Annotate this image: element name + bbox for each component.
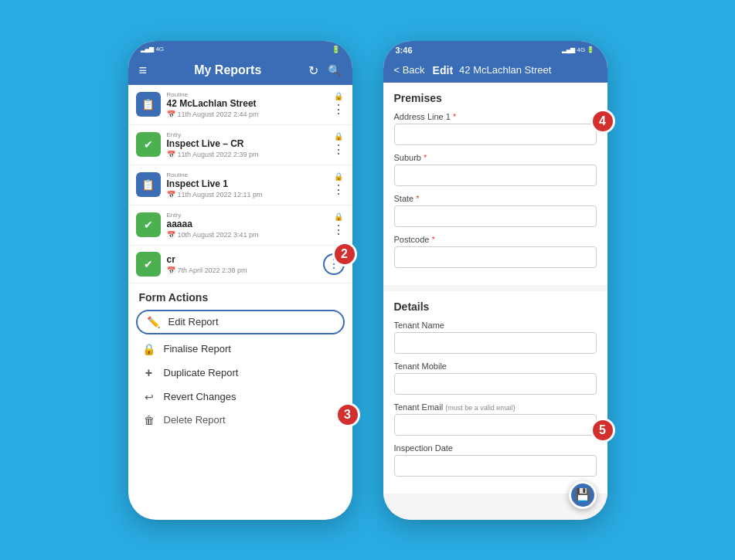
inspection-date-field: Inspection Date (394, 443, 597, 477)
header-address: 42 McLachlan Street (459, 64, 551, 76)
tenant-email-field: Tenant Email (must be a valid email) (394, 402, 597, 436)
address-line1-field: Address Line 1 * (394, 112, 597, 145)
step-5-badge: 5 (590, 418, 615, 443)
lock-icon: 🔒 (334, 172, 343, 181)
left-phone: ▂▄▆ 4G 🔋 ≡ My Reports ↻ 🔍 📋 Routine (128, 41, 352, 520)
report-type-icon: 📋 (136, 92, 161, 117)
inspection-date-input[interactable] (394, 455, 597, 477)
finalise-report-action[interactable]: 🔒 Finalise Report (139, 338, 342, 361)
tenant-mobile-input[interactable] (394, 373, 597, 395)
more-options-icon[interactable]: ⋮ (332, 142, 345, 157)
save-icon: 💾 (575, 487, 590, 502)
right-phone: 3:46 ▂▄▆ 4G 🔋 < Back Edit 42 McLachlan S… (383, 41, 607, 520)
tenant-mobile-label: Tenant Mobile (394, 361, 597, 371)
edit-label: Edit (433, 64, 453, 76)
lock-icon: 🔒 (334, 92, 343, 100)
postcode-input[interactable] (394, 246, 597, 268)
details-title: Details (394, 300, 597, 313)
left-battery: 🔋 (332, 46, 340, 53)
address-line1-input[interactable] (394, 124, 597, 145)
revert-icon: ↩ (142, 391, 156, 403)
state-field: State * (394, 194, 597, 227)
tenant-email-label: Tenant Email (must be a valid email) (394, 402, 597, 412)
menu-icon[interactable]: ≡ (139, 63, 148, 79)
tenant-name-field: Tenant Name (394, 321, 597, 354)
address-line1-label: Address Line 1 * (394, 112, 597, 121)
list-item[interactable]: 📋 Routine Inspect Live 1 📅 11th August 2… (128, 165, 352, 205)
tenant-mobile-field: Tenant Mobile (394, 361, 597, 395)
tenant-email-input[interactable] (394, 414, 597, 436)
duplicate-report-action[interactable]: + Duplicate Report (139, 361, 342, 385)
plus-icon: + (142, 366, 156, 380)
step-3-badge: 3 (335, 402, 360, 427)
form-actions-title: Form Actions (139, 291, 342, 304)
search-icon[interactable]: 🔍 (328, 64, 341, 76)
list-item[interactable]: ✔ cr 📅 7th April 2022 2:38 pm ⋮ (128, 246, 352, 283)
postcode-label: Postcode * (394, 235, 597, 244)
edit-report-action[interactable]: ✏️ Edit Report (136, 310, 345, 334)
report-list: 📋 Routine 42 McLachlan Street 📅 11th Aug… (128, 85, 352, 436)
suburb-field: Suburb * (394, 153, 597, 186)
report-type-icon: ✔ (136, 252, 161, 277)
back-button[interactable]: < Back (394, 64, 425, 76)
state-label: State * (394, 194, 597, 203)
right-status-bar: 3:46 ▂▄▆ 4G 🔋 (383, 41, 607, 58)
step-4-badge: 4 (590, 109, 615, 134)
state-input[interactable] (394, 205, 597, 227)
right-signal: ▂▄▆ 4G 🔋 (562, 46, 595, 53)
left-status-bar: ▂▄▆ 4G 🔋 (128, 41, 352, 56)
postcode-field: Postcode * (394, 235, 597, 268)
edit-icon: ✏️ (147, 316, 161, 328)
lock-icon: 🔒 (142, 343, 156, 355)
tenant-name-label: Tenant Name (394, 321, 597, 330)
suburb-input[interactable] (394, 165, 597, 186)
report-type-icon: ✔ (136, 212, 161, 237)
list-item[interactable]: ✔ Entry Inspect Live – CR 📅 11th August … (128, 125, 352, 165)
left-header-title: My Reports (194, 63, 261, 77)
more-options-icon[interactable]: ⋮ (332, 182, 345, 197)
delete-report-action[interactable]: 🗑 Delete Report (139, 409, 342, 432)
left-header: ≡ My Reports ↻ 🔍 (128, 56, 352, 85)
revert-changes-action[interactable]: ↩ Revert Changes (139, 385, 342, 409)
lock-icon: 🔒 (334, 132, 343, 141)
report-type-icon: ✔ (136, 132, 161, 157)
more-options-icon[interactable]: ⋮ (332, 222, 345, 237)
details-section: Details Tenant Name Tenant Mobile Tenant… (383, 291, 607, 494)
refresh-icon[interactable]: ↻ (308, 63, 318, 78)
report-type-icon: 📋 (136, 172, 161, 197)
suburb-label: Suburb * (394, 153, 597, 162)
right-time: 3:46 (396, 46, 413, 55)
left-signal: ▂▄▆ 4G (141, 46, 165, 53)
right-header: < Back Edit 42 McLachlan Street (383, 58, 607, 83)
step-2-badge: 2 (332, 242, 357, 266)
tenant-name-input[interactable] (394, 332, 597, 354)
list-item[interactable]: 📋 Routine 42 McLachlan Street 📅 11th Aug… (128, 85, 352, 125)
premises-title: Premises (394, 92, 597, 104)
form-content: Premises Address Line 1 * Suburb * State… (383, 83, 607, 520)
form-actions-panel: Form Actions ✏️ Edit Report 🔒 Finalise R… (128, 283, 352, 436)
trash-icon: 🗑 (142, 414, 156, 426)
inspection-date-label: Inspection Date (394, 443, 597, 453)
list-item[interactable]: ✔ Entry aaaaa 📅 10th August 2022 3:41 pm… (128, 205, 352, 246)
save-fab-button[interactable]: 💾 (569, 481, 597, 509)
lock-icon: 🔒 (334, 212, 343, 221)
premises-section: Premises Address Line 1 * Suburb * State… (383, 83, 607, 285)
more-options-icon[interactable]: ⋮ (332, 102, 345, 117)
